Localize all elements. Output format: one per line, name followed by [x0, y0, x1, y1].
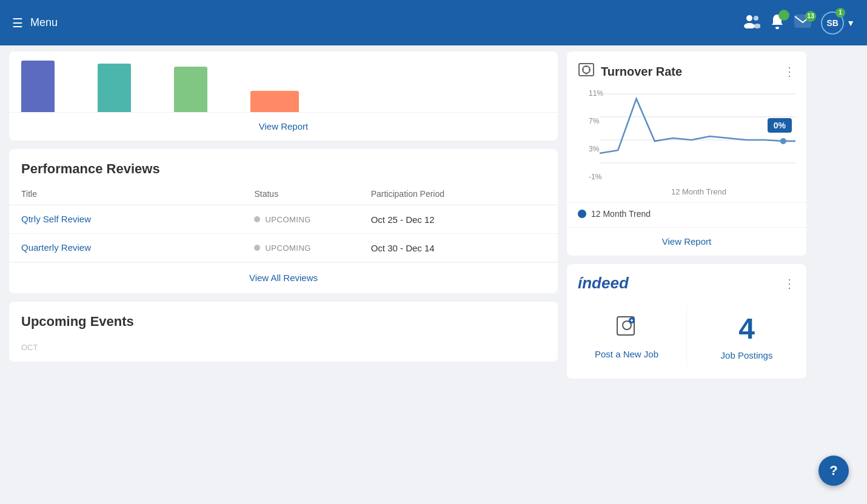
legend-dot: [578, 210, 586, 218]
turnover-title-area: Turnover Rate: [578, 61, 682, 82]
header-right: 13 SB 1 ▼: [743, 12, 855, 35]
indeed-logo: índeed: [578, 274, 629, 293]
hamburger-icon[interactable]: ☰: [12, 16, 23, 30]
status-dot-2: [254, 245, 260, 251]
status-dot-1: [254, 216, 260, 222]
bar-space3: [212, 100, 246, 112]
right-panel: Turnover Rate ⋮ 11% 7% 3% -1%: [567, 45, 815, 504]
view-all-link: View All Reviews: [9, 262, 558, 293]
status-cell-2: UPCOMING: [254, 244, 370, 253]
row-title-2: Quarterly Review: [21, 242, 254, 253]
bar-chart-card: View Report: [9, 51, 558, 141]
turnover-more-button[interactable]: ⋮: [783, 65, 795, 78]
qtrly-self-review-link[interactable]: Qtrly Self Review: [21, 214, 91, 224]
help-button[interactable]: ?: [818, 456, 849, 486]
svg-point-4: [775, 27, 779, 29]
header-left: ☰ Menu: [12, 16, 58, 30]
tooltip-value: 0%: [768, 118, 792, 133]
svg-point-12: [780, 138, 786, 144]
table-header: Title Status Participation Period: [9, 183, 558, 205]
status-text-1: UPCOMING: [265, 215, 311, 224]
post-new-job-label[interactable]: Post a New Job: [595, 349, 658, 359]
date-range-2: Oct 30 - Dec 14: [371, 243, 546, 253]
upcoming-events-title: Upcoming Events: [9, 302, 558, 336]
job-postings-count: 4: [738, 312, 755, 345]
turnover-line-chart: [600, 87, 795, 177]
turnover-icon: [578, 61, 595, 82]
turnover-chart: 11% 7% 3% -1%: [567, 87, 806, 202]
events-content: OCT: [9, 336, 558, 362]
bar-orange: [250, 91, 299, 112]
post-new-job-item[interactable]: Post a New Job: [567, 306, 687, 366]
view-report-bar: View Report: [9, 112, 558, 141]
bar-purple: [21, 61, 55, 112]
mail-badge: 13: [805, 11, 816, 22]
turnover-view-report: View Report: [567, 227, 806, 256]
turnover-rate-card: Turnover Rate ⋮ 11% 7% 3% -1%: [567, 51, 806, 256]
date-range-1: Oct 25 - Dec 12: [371, 214, 546, 225]
chart-label: 12 Month Trend: [602, 187, 795, 196]
table-row-2: Quarterly Review UPCOMING Oct 30 - Dec 1…: [9, 234, 558, 262]
indeed-content: Post a New Job 4 Job Postings: [567, 300, 806, 379]
main-content: View Report Performance Reviews Title St…: [0, 45, 867, 504]
svg-point-1: [744, 23, 755, 28]
upcoming-events-card: Upcoming Events OCT: [9, 302, 558, 362]
table-row: Qtrly Self Review UPCOMING Oct 25 - Dec …: [9, 205, 558, 234]
avatar-chevron[interactable]: ▼: [846, 18, 855, 28]
turnover-title: Turnover Rate: [601, 65, 682, 79]
bar-space: [59, 100, 93, 112]
indeed-more-button[interactable]: ⋮: [783, 277, 795, 290]
status-cell-1: UPCOMING: [254, 215, 370, 224]
legend-text: 12 Month Trend: [591, 209, 651, 219]
events-placeholder: OCT: [21, 343, 38, 352]
status-text-2: UPCOMING: [265, 244, 311, 253]
bar-teal: [98, 64, 131, 112]
turnover-card-header: Turnover Rate ⋮: [567, 51, 806, 87]
col-period: Participation Period: [371, 189, 546, 199]
indeed-logo-rest: ndeed: [582, 274, 629, 292]
mail-icon[interactable]: 13: [794, 15, 811, 31]
bar-chart-area: [9, 51, 558, 112]
menu-label[interactable]: Menu: [30, 16, 58, 29]
bar-space2: [136, 100, 169, 112]
avatar-wrapper[interactable]: SB 1 ▼: [821, 12, 855, 35]
job-postings-label[interactable]: Job Postings: [721, 350, 773, 360]
header: ☰ Menu 13 SB: [0, 0, 867, 45]
left-panel: View Report Performance Reviews Title St…: [0, 45, 567, 504]
bell-icon[interactable]: [770, 13, 785, 33]
col-title: Title: [21, 189, 254, 199]
view-report-bar-link[interactable]: View Report: [259, 121, 308, 131]
svg-point-2: [754, 16, 758, 21]
chart-legend: 12 Month Trend: [567, 202, 806, 227]
people-icon[interactable]: [743, 14, 760, 32]
svg-point-3: [754, 24, 760, 28]
turnover-view-report-link[interactable]: View Report: [662, 236, 711, 247]
performance-reviews-title: Performance Reviews: [9, 149, 558, 183]
indeed-header: índeed ⋮: [567, 264, 806, 300]
job-postings-item[interactable]: 4 Job Postings: [687, 306, 806, 366]
avatar-badge: 1: [835, 8, 845, 18]
bar-green: [174, 67, 207, 112]
indeed-card: índeed ⋮ Post a New Job: [567, 264, 806, 379]
col-status: Status: [254, 189, 370, 199]
post-job-icon: [614, 312, 640, 344]
view-all-reviews-link[interactable]: View All Reviews: [249, 273, 318, 283]
performance-reviews-card: Performance Reviews Title Status Partici…: [9, 149, 558, 293]
quarterly-review-link[interactable]: Quarterly Review: [21, 242, 91, 253]
bell-badge: [778, 10, 789, 21]
row-title-1: Qtrly Self Review: [21, 214, 254, 225]
svg-point-0: [746, 15, 752, 21]
